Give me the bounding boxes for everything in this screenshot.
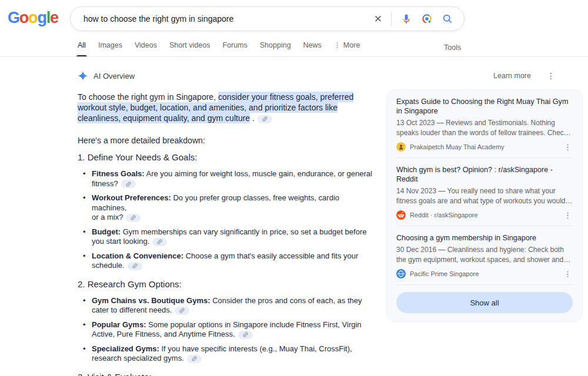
section-bullets: Gym Chains vs. Boutique Gyms: Consider t…: [78, 296, 375, 364]
source-name: Prakaipetch Muay Thai Academy: [410, 143, 559, 150]
bullet-lead: Location & Convenience:: [92, 251, 183, 260]
search-bar-divider: [391, 12, 392, 26]
section-bullets: Fitness Goals: Are you aiming for weight…: [78, 169, 375, 271]
bullet-text: Are you aiming for weight loss, muscle g…: [145, 169, 372, 178]
link-icon: [130, 214, 136, 221]
bullet-text: fitness?: [92, 179, 118, 188]
tab-more-label: More: [343, 41, 360, 49]
bullet-item: Workout Preferences: Do you prefer group…: [92, 193, 375, 223]
source-link-chip[interactable]: [126, 214, 141, 222]
bullet-text: you start looking.: [92, 237, 149, 246]
card-divider: [396, 284, 573, 285]
bullet-lead: Budget:: [92, 227, 121, 236]
card-kebab-icon[interactable]: ⋮: [563, 270, 573, 278]
bullet-text: schedule.: [92, 261, 125, 270]
ai-overview-label: AI Overview: [78, 70, 135, 81]
bullet-item: Location & Convenience: Choose a gym tha…: [92, 251, 375, 271]
tools-button[interactable]: Tools: [444, 43, 461, 52]
source-card-title[interactable]: Expats Guide to Choosing the Right Muay …: [396, 97, 573, 116]
bullet-lead: Specialized Gyms:: [92, 344, 159, 353]
bullet-item: Fitness Goals: Are you aiming for weight…: [92, 169, 375, 189]
bullet-text: Some popular options in Singapore includ…: [146, 320, 361, 329]
tab-all[interactable]: All: [78, 41, 86, 57]
search-input[interactable]: [83, 14, 374, 24]
source-card[interactable]: Expats Guide to Choosing the Right Muay …: [387, 90, 582, 157]
card-kebab-icon[interactable]: ⋮: [563, 143, 573, 151]
source-link-chip[interactable]: [187, 355, 202, 363]
link-icon: [191, 355, 198, 362]
bullet-item: Gym Chains vs. Boutique Gyms: Consider t…: [92, 296, 375, 315]
source-link-chip[interactable]: [258, 115, 272, 123]
microphone-icon[interactable]: [400, 13, 412, 25]
tab-images[interactable]: Images: [98, 41, 122, 57]
bullet-item: Budget: Gym memberships can vary signifi…: [92, 227, 375, 247]
reddit-favicon: [396, 210, 406, 220]
ai-sparkle-icon: [78, 70, 88, 81]
header-divider: [0, 56, 588, 57]
answer-intro: To choose the right gym in Singapore, co…: [78, 92, 375, 123]
tab-forums[interactable]: Forums: [222, 41, 247, 57]
highlighted-text[interactable]: consider your fitness goals, preferred: [218, 92, 353, 102]
bullet-lead: Gym Chains vs. Boutique Gyms:: [92, 296, 211, 305]
link-icon: [242, 331, 249, 338]
source-link-chip[interactable]: [238, 331, 253, 339]
card-kebab-icon[interactable]: ⋮: [563, 212, 573, 219]
link-icon: [179, 307, 185, 314]
link-icon: [156, 239, 163, 245]
link-icon: [132, 263, 138, 269]
tab-videos[interactable]: Videos: [135, 41, 157, 57]
learn-more-link[interactable]: Learn more: [493, 72, 531, 80]
tab-shopping[interactable]: Shopping: [260, 41, 291, 57]
breakdown-intro: Here's a more detailed breakdown:: [78, 135, 375, 146]
logo-letter: g: [37, 9, 46, 26]
source-card[interactable]: Choosing a gym membership in Singapore 3…: [387, 226, 582, 284]
source-card-snippet: 13 Oct 2023 — Reviews and Testimonials. …: [396, 118, 573, 137]
muay-thai-academy-favicon: [396, 142, 406, 152]
logo-letter: o: [28, 9, 37, 26]
source-card[interactable]: Which gym is best? Opinion? : r/askSinga…: [387, 158, 582, 226]
logo-letter: G: [8, 9, 19, 26]
bullet-text: Choose a gym that's easily accessible an…: [183, 251, 358, 260]
section-heading: 2. Research Gym Options:: [78, 278, 375, 290]
highlighted-text[interactable]: cleanliness, equipment quality, and gym …: [78, 113, 250, 123]
logo-letter: o: [19, 9, 28, 26]
source-card-title[interactable]: Choosing a gym membership in Singapore: [396, 233, 573, 243]
intro-text: To choose the right gym in Singapore,: [78, 92, 218, 102]
section-heading: 1. Define Your Needs & Goals:: [78, 152, 375, 163]
link-icon: [262, 116, 268, 122]
show-all-button[interactable]: Show all: [396, 292, 573, 313]
overview-kebab-icon[interactable]: ⋮: [547, 72, 555, 80]
search-icon[interactable]: [442, 13, 453, 25]
bullet-text: Consider the pros and cons of each, as t…: [211, 296, 362, 305]
tab-short-videos[interactable]: Short videos: [169, 41, 210, 57]
bullet-text: Active, Pure Fitness, and Anytime Fitnes…: [92, 330, 235, 338]
bullet-lead: Workout Preferences:: [92, 193, 171, 202]
ai-overview-title: AI Overview: [93, 72, 135, 80]
source-link-chip[interactable]: [175, 307, 189, 315]
sources-panel: Expats Guide to Choosing the Right Muay …: [386, 89, 583, 322]
source-name: Reddit · r/askSingapore: [410, 212, 559, 219]
bullet-lead: Popular Gyms:: [92, 320, 146, 329]
logo-letter: e: [50, 9, 58, 26]
source-link-chip[interactable]: [152, 238, 167, 246]
clear-icon[interactable]: ✕: [374, 14, 382, 24]
source-card-snippet: 30 Dec 2016 — Cleanliness and hygiene: C…: [396, 245, 573, 264]
ai-overview-answer: To choose the right gym in Singapore, co…: [78, 92, 375, 376]
source-link-chip[interactable]: [121, 180, 136, 188]
source-link-chip[interactable]: [128, 262, 142, 270]
bullet-lead: Fitness Goals:: [92, 169, 145, 178]
more-vertical-icon: ⋮: [334, 41, 341, 49]
bullet-text: If you have specific interests (e.g., Mu…: [159, 344, 352, 353]
google-logo[interactable]: Google: [8, 9, 58, 27]
highlighted-text[interactable]: workout style, budget, location, and ame…: [78, 102, 338, 113]
search-bar[interactable]: ✕: [70, 6, 465, 31]
bullet-text: or a mix?: [92, 213, 123, 221]
google-lens-icon[interactable]: [421, 13, 433, 25]
source-name: Pacific Prime Singapore: [410, 270, 559, 277]
result-tabs: All Images Videos Short videos Forums Sh…: [78, 41, 360, 57]
tab-more[interactable]: ⋮ More: [334, 41, 360, 57]
bullet-item: Specialized Gyms: If you have specific i…: [92, 344, 375, 364]
source-card-title[interactable]: Which gym is best? Opinion? : r/askSinga…: [396, 165, 573, 184]
ai-overview-header: AI Overview Learn more ⋮: [78, 70, 555, 81]
tab-news[interactable]: News: [303, 41, 322, 57]
